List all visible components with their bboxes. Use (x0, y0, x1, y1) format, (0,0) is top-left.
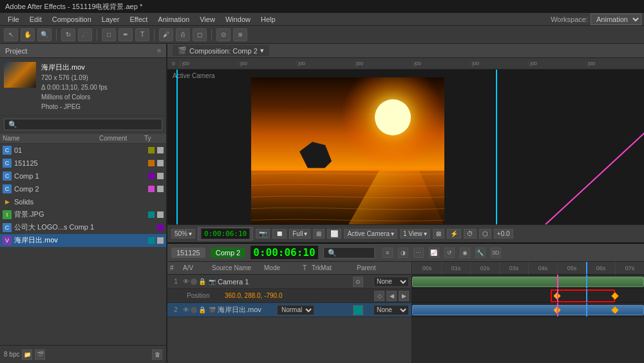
toolbar-sep-4 (211, 29, 212, 41)
ruler-mark-5s: 05s (557, 262, 586, 275)
project-search-input[interactable] (4, 119, 162, 130)
snapshot-btn[interactable]: 📷 (256, 229, 270, 239)
zoom-select[interactable]: 50%▾ (171, 229, 195, 239)
workspace-select[interactable]: Animation (591, 14, 641, 25)
timeline-3d-btn[interactable]: 3D (491, 248, 501, 258)
roi-btn[interactable]: ⊞ (313, 229, 325, 239)
project-panel-close[interactable]: ≡ (157, 47, 161, 54)
reset-exposure-btn[interactable]: +0.0 (494, 229, 513, 239)
toolbar-hand-tool[interactable]: ✋ (21, 28, 35, 41)
comp-ruler: 0 |00 |00 |00 |00 |00 |00 |00 |00 (167, 58, 644, 70)
timeline-btn[interactable]: ⏱ (464, 229, 477, 239)
prev-keyframe-btn[interactable]: ◀ (386, 291, 397, 301)
ruler-mark-3s: 03s (499, 262, 528, 275)
next-keyframe-btn[interactable]: ▶ (399, 291, 409, 301)
parent-select-2[interactable]: None (374, 305, 409, 315)
list-item[interactable]: C 151125 (0, 157, 166, 170)
toolbar-text-tool[interactable]: T (135, 28, 149, 41)
layer-row-video[interactable]: 2 👁 🔒 🎬 海岸日出.mov Normal (167, 303, 412, 317)
resolution-select[interactable]: Full▾ (289, 229, 310, 239)
list-item[interactable]: I 背景.JPG (0, 208, 166, 221)
menu-effect[interactable]: Effect (124, 14, 153, 25)
fast-preview-btn[interactable]: ⚡ (447, 229, 461, 239)
timeline-motion-blur-btn[interactable]: ◑ (398, 248, 408, 258)
menu-animation[interactable]: Animation (153, 14, 194, 25)
add-keyframe-btn[interactable]: ◇ (374, 291, 384, 301)
timeline-options-btn[interactable]: ≡ (383, 248, 393, 258)
new-folder-btn[interactable]: 📁 (22, 349, 32, 360)
timeline-layers-panel: # A/V Source Name Mode T TrkMat Parent 1… (167, 262, 412, 363)
solo-icon-1[interactable] (191, 279, 197, 285)
eye-icon-2[interactable]: 👁 (183, 306, 189, 313)
color-sq (148, 237, 155, 244)
keyframe-07s[interactable] (611, 292, 618, 299)
file-list: C 01 C 151125 C Comp 1 C Co (0, 144, 166, 346)
list-item[interactable]: C Comp 2 (0, 182, 166, 195)
active-camera-select[interactable]: Active Camera▾ (344, 229, 397, 239)
toolbar-brush-tool[interactable]: 🖌 (159, 28, 173, 41)
eye-icon-1[interactable]: 👁 (183, 278, 189, 285)
toolbar-roto-tool[interactable]: ⊙ (216, 28, 231, 41)
list-item[interactable]: V 海岸日出.mov (0, 234, 166, 247)
menu-window[interactable]: Window (220, 14, 256, 25)
comp-switch-1[interactable]: ⊙ (353, 277, 363, 287)
project-panel-title: Project (5, 47, 27, 55)
timeline-loop-btn[interactable]: ↺ (444, 248, 455, 258)
comp-tab-icon: 🎬 (178, 46, 187, 55)
delete-btn[interactable]: 🗑 (152, 349, 162, 360)
timecode-display[interactable]: 0:00:06:10 (198, 227, 253, 240)
list-item[interactable]: ▶ Solids (0, 195, 166, 208)
menu-layer[interactable]: Layer (97, 14, 125, 25)
timeline-timecode[interactable]: 0:00:06:10 (251, 246, 317, 259)
lock-icon-1[interactable]: 🔒 (198, 278, 206, 285)
solo-icon-2[interactable] (191, 307, 197, 313)
toolbar-eraser-tool[interactable]: ◻ (193, 28, 207, 41)
color-sq-2[interactable] (353, 305, 363, 315)
list-item[interactable]: C 01 (0, 144, 166, 157)
show-channel-btn[interactable]: 🔲 (272, 229, 287, 239)
toolbar-puppet-tool[interactable]: ※ (233, 28, 247, 41)
flowchart-btn[interactable]: ⬡ (479, 229, 491, 239)
menu-view[interactable]: View (194, 14, 220, 25)
timeline-tab-151125[interactable]: 151125 (171, 248, 205, 258)
timeline-tab-comp2[interactable]: Comp 2 (211, 248, 246, 258)
menu-help[interactable]: Help (256, 14, 281, 25)
timeline-solo-btn[interactable]: ◉ (460, 248, 470, 258)
lock-icon-2[interactable]: 🔒 (198, 306, 206, 313)
new-comp-btn[interactable]: 🎬 (35, 349, 45, 360)
timeline-frame-blend-btn[interactable]: ⋯ (413, 248, 424, 258)
menu-composition[interactable]: Composition (47, 14, 97, 25)
toolbar-clone-tool[interactable]: ⎙ (176, 28, 190, 41)
layer-mode-select-2[interactable]: Normal (277, 305, 314, 315)
toolbar-rotation-tool[interactable]: ↻ (61, 28, 75, 41)
toolbar-pen-tool[interactable]: ✒ (118, 28, 133, 41)
sub-prop-position-val: 360.0, 288.0, -790.0 (225, 292, 283, 299)
list-item[interactable]: C 公司大 LOGO...s Comp 1 (0, 221, 166, 234)
timeline-header: 151125 Comp 2 0:00:06:10 ≡ ◑ ⋯ 📈 ↺ ◉ 🔧 3… (167, 244, 644, 262)
asset-info-area: 海岸日出.mov 720 x 576 (1.09) Δ 0:00:13;10, … (0, 58, 166, 116)
file-item-name: Comp 1 (14, 172, 146, 180)
parent-select-1[interactable]: None (374, 277, 409, 287)
timeline-snap-btn[interactable]: 🔧 (475, 248, 486, 258)
track-row-camera (412, 275, 644, 289)
transparency-btn[interactable]: ⬜ (327, 229, 341, 239)
col-parent-header: Parent (357, 264, 409, 271)
layer-row-camera[interactable]: 1 👁 🔒 📷 Camera 1 ⊙ (167, 275, 412, 289)
menu-edit[interactable]: Edit (24, 14, 47, 25)
asset-name: 海岸日出.mov (41, 62, 108, 73)
toolbar-select-tool[interactable]: ↖ (4, 28, 18, 41)
toolbar-camera-tool[interactable]: 🎥 (78, 28, 92, 41)
comp-tab-active[interactable]: 🎬 Composition: Comp 2 ▾ (173, 45, 269, 56)
comp-icon: C (3, 159, 12, 168)
work-area-start (176, 70, 178, 224)
view-mode-select[interactable]: 1 View▾ (400, 229, 430, 239)
toolbar-mask-tool[interactable]: □ (102, 28, 116, 41)
comp-icon: C (3, 184, 12, 193)
list-item[interactable]: C Comp 1 (0, 170, 166, 182)
menu-file[interactable]: File (3, 14, 24, 25)
pixel-aspect-btn[interactable]: ⊠ (433, 229, 444, 239)
timeline-search-input[interactable] (323, 247, 375, 259)
track-row-video (412, 303, 644, 317)
toolbar-zoom-tool[interactable]: 🔍 (37, 28, 52, 41)
timeline-graph-btn[interactable]: 📈 (429, 248, 439, 258)
